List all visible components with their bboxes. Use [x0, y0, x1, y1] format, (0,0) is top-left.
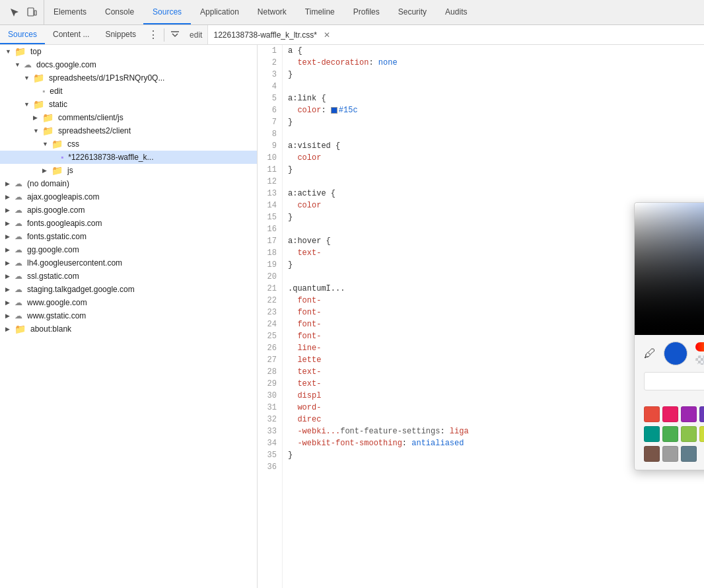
file-name: 1226138738-waffle_k_ltr.css* — [213, 30, 317, 40]
tree-arrow: ▶ — [33, 114, 42, 121]
code-line: } — [288, 116, 704, 128]
tab-audits[interactable]: Audits — [436, 0, 476, 24]
edit-label: edit — [184, 30, 207, 40]
tab-sources[interactable]: Sources — [143, 0, 191, 24]
folder-icon: 📁 — [33, 73, 44, 83]
color-swatch-item[interactable] — [699, 426, 704, 442]
tab-elements[interactable]: Elements — [44, 0, 96, 24]
tree-item[interactable]: ▶📁comments/client/js — [0, 111, 257, 124]
sidebar[interactable]: ▼📁top▼☁docs.google.com▼📁spreadsheets/d/1… — [0, 45, 258, 588]
color-swatch-item[interactable] — [681, 426, 697, 442]
color-swatch-item[interactable] — [681, 446, 697, 462]
stab-snippets[interactable]: Snippets — [97, 25, 144, 44]
tree-item[interactable]: ▼📁top — [0, 45, 257, 58]
tree-item[interactable]: ▪*1226138738-waffle_k... — [0, 151, 257, 164]
tab-console[interactable]: Console — [96, 0, 143, 24]
tab-network[interactable]: Network — [248, 0, 296, 24]
line-number: 34 — [258, 437, 277, 449]
color-swatch-item[interactable] — [699, 406, 704, 422]
tree-item[interactable]: ▶☁www.google.com — [0, 296, 257, 309]
tree-label: lh4.googleusercontent.com — [27, 258, 257, 268]
color-swatch-item[interactable] — [644, 426, 660, 442]
tree-item[interactable]: ▶☁ajax.googleapis.com — [0, 190, 257, 203]
tree-arrow: ▼ — [24, 101, 33, 108]
tree-item[interactable]: ▶📁about:blank — [0, 322, 257, 336]
sources-toolbar: Sources Content ... Snippets ⋮ edit 1226… — [0, 25, 704, 45]
line-number: 18 — [258, 247, 277, 259]
editor-area: 1234567891011121314151617181920212223242… — [258, 45, 704, 588]
line-number: 1 — [258, 45, 277, 57]
hue-slider[interactable] — [695, 342, 704, 351]
cursor-icon[interactable] — [8, 6, 21, 19]
tree-item[interactable]: ▼📁spreadsheets2/client — [0, 124, 257, 137]
gradient-darkness — [635, 203, 704, 335]
file-icon: ▪ — [42, 87, 45, 96]
tab-profiles[interactable]: Profiles — [344, 0, 389, 24]
tree-item[interactable]: ▼📁static — [0, 98, 257, 111]
color-swatch-item[interactable] — [681, 406, 697, 422]
line-number: 12 — [258, 176, 277, 188]
tab-security[interactable]: Security — [389, 0, 436, 24]
eyedropper-icon[interactable]: 🖊 — [644, 347, 656, 361]
color-swatch-item[interactable] — [644, 446, 660, 462]
tree-label: fonts.googleapis.com — [27, 219, 257, 228]
line-number: 29 — [258, 378, 277, 390]
svg-rect-0 — [28, 8, 34, 16]
tree-item[interactable]: ▶☁www.gstatic.com — [0, 309, 257, 322]
alpha-slider-wrap[interactable] — [695, 355, 704, 365]
nav-tabs: Elements Console Sources Application Net… — [44, 0, 701, 24]
svg-rect-1 — [34, 11, 36, 15]
tree-item[interactable]: ▶☁(no domain) — [0, 177, 257, 190]
tree-arrow: ▼ — [42, 141, 52, 147]
tree-item[interactable]: ▶☁lh4.googleusercontent.com — [0, 256, 257, 270]
domain-icon: ☁ — [15, 245, 22, 254]
tree-item[interactable]: ▶📁js — [0, 164, 257, 177]
tree-label: www.google.com — [27, 298, 257, 307]
domain-icon: ☁ — [15, 258, 22, 268]
tree-item[interactable]: ▶☁fonts.googleapis.com — [0, 217, 257, 230]
tree-label: docs.google.com — [36, 60, 257, 69]
tree-item[interactable]: ▶☁ssl.gstatic.com — [0, 270, 257, 283]
color-swatch-item[interactable] — [662, 446, 678, 462]
color-swatch-item[interactable] — [662, 406, 678, 422]
tree-arrow: ▶ — [5, 180, 15, 187]
tree-item[interactable]: ▼☁docs.google.com — [0, 58, 257, 71]
color-swatch-item[interactable] — [644, 406, 660, 422]
nav-icons — [3, 0, 44, 24]
tree-item[interactable]: ▶☁fonts.gstatic.com — [0, 230, 257, 243]
tree-label: spreadsheets2/client — [58, 126, 257, 135]
color-swatch-item[interactable] — [662, 426, 678, 442]
tree-arrow: ▼ — [24, 75, 33, 81]
tab-timeline[interactable]: Timeline — [296, 0, 344, 24]
device-icon[interactable] — [25, 6, 38, 19]
collapse-button[interactable] — [166, 25, 184, 44]
domain-icon: ☁ — [15, 205, 22, 215]
tree-item[interactable]: ▶☁staging.talkgadget.google.com — [0, 283, 257, 296]
color-gradient[interactable] — [635, 203, 704, 335]
stab-content[interactable]: Content ... — [45, 25, 97, 44]
tree-item[interactable]: ▼📁css — [0, 137, 257, 151]
tree-label: www.gstatic.com — [27, 311, 257, 320]
color-swatch[interactable] — [331, 107, 337, 114]
tree-item[interactable]: ▶☁gg.google.com — [0, 243, 257, 256]
tree-item[interactable]: ▶☁apis.google.com — [0, 203, 257, 217]
tree-label: static — [49, 100, 257, 109]
tree-label: ajax.googleapis.com — [27, 192, 257, 202]
folder-icon: 📁 — [52, 139, 63, 149]
line-number: 21 — [258, 283, 277, 295]
line-number: 15 — [258, 211, 277, 223]
more-tabs-button[interactable]: ⋮ — [144, 25, 162, 44]
stab-sources[interactable]: Sources — [0, 25, 45, 44]
tab-application[interactable]: Application — [191, 0, 248, 24]
main-layout: ▼📁top▼☁docs.google.com▼📁spreadsheets/d/1… — [0, 45, 704, 588]
hex-input[interactable] — [644, 372, 704, 390]
tree-item[interactable]: ▼📁spreadsheets/d/1P1sRNQry0Q... — [0, 71, 257, 85]
tree-arrow: ▶ — [5, 273, 15, 279]
tree-label: staging.talkgadget.google.com — [27, 285, 257, 294]
tree-item[interactable]: ▪edit — [0, 85, 257, 98]
tree-label: js — [67, 166, 257, 175]
close-file-button[interactable]: ✕ — [324, 30, 330, 40]
tree-arrow: ▶ — [5, 299, 15, 306]
tree-label: edit — [50, 87, 257, 96]
tree-arrow: ▼ — [33, 128, 42, 134]
